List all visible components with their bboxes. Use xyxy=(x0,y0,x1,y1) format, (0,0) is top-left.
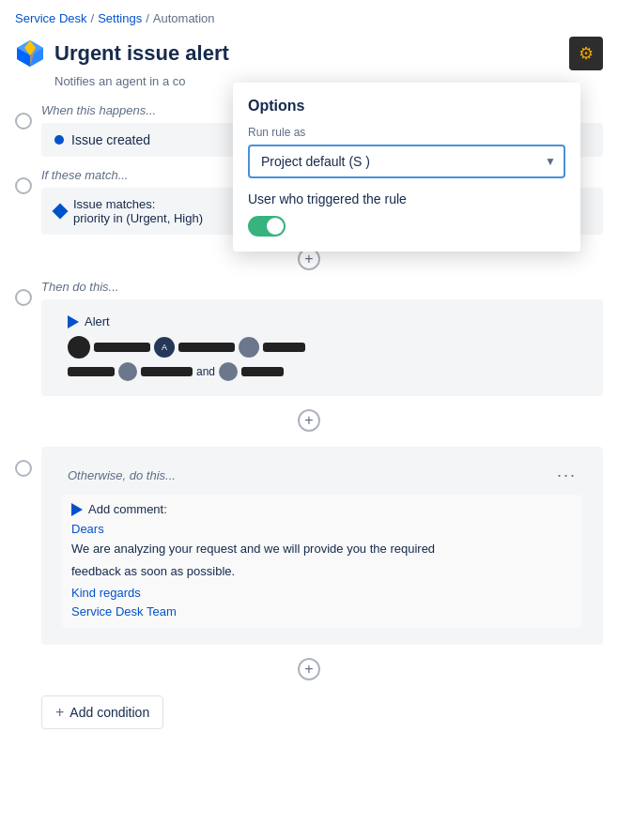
when-timeline-dot xyxy=(15,113,32,130)
alert-content: Alert A and xyxy=(54,309,590,387)
plus-row-2: + xyxy=(15,404,603,437)
alert-triangle-icon xyxy=(68,315,79,328)
user-triggered-toggle[interactable] xyxy=(248,216,286,237)
options-title: Options xyxy=(248,98,565,115)
breadcrumb-settings[interactable]: Settings xyxy=(98,11,142,25)
avatar-4 xyxy=(118,362,137,381)
otherwise-timeline-dot xyxy=(15,460,32,477)
options-panel: Options Run rule as Project default (S )… xyxy=(233,83,580,252)
condition-text: Issue matches: priority in (Urgent, High… xyxy=(73,197,203,225)
otherwise-menu-button[interactable]: ··· xyxy=(557,466,577,485)
user-name-5-redacted xyxy=(141,367,193,376)
user-name-6-redacted xyxy=(241,367,284,376)
condition-detail: priority in (Urgent, High) xyxy=(73,211,203,225)
then-content: Then do this... Alert A xyxy=(41,276,603,396)
toggle-knob xyxy=(267,218,284,235)
breadcrumb: Service Desk / Settings / Automation xyxy=(0,0,618,33)
if-timeline-dot xyxy=(15,177,32,194)
select-wrapper: Project default (S ) ▼ xyxy=(248,145,565,178)
page-header: Urgent issue alert ⚙ xyxy=(0,33,618,74)
comment-sign-1: Kind regards xyxy=(71,584,573,603)
run-rule-as-label: Run rule as xyxy=(248,126,565,139)
avatar-1 xyxy=(68,336,90,359)
app-icon xyxy=(15,38,45,69)
add-between-button-2[interactable]: + xyxy=(298,409,320,432)
comment-title: Add comment: xyxy=(71,502,573,516)
comment-card[interactable]: Add comment: Dears We are analyzing your… xyxy=(62,495,582,628)
trigger-label: Issue created xyxy=(71,132,150,147)
breadcrumb-sep2: / xyxy=(146,11,149,25)
alert-title: Alert xyxy=(68,314,577,328)
comment-sign-2: Service Desk Team xyxy=(71,603,573,621)
plus-row-3: + xyxy=(15,652,603,686)
add-between-button-3[interactable]: + xyxy=(298,658,320,680)
then-card[interactable]: Alert A and xyxy=(41,299,603,396)
gear-icon: ⚙ xyxy=(579,43,594,64)
condition-main: Issue matches: xyxy=(73,197,203,211)
page-subtitle: Notifies an agent in a co xyxy=(0,74,263,99)
add-condition-label: Add condition xyxy=(70,705,149,720)
breadcrumb-automation: Automation xyxy=(153,11,215,25)
user-name-2-redacted xyxy=(178,343,235,352)
otherwise-content: Otherwise, do this... ··· Add comment: D… xyxy=(41,447,603,645)
user-triggered-label: User who triggered the rule xyxy=(248,191,407,206)
add-condition-icon: + xyxy=(55,704,64,721)
condition-diamond-icon xyxy=(53,204,69,220)
comment-action-label: Add comment: xyxy=(88,502,167,516)
alert-label: Alert xyxy=(85,314,110,328)
user-name-4-redacted xyxy=(68,367,115,376)
comment-triangle-icon xyxy=(71,503,83,516)
title-area: Urgent issue alert xyxy=(15,38,229,69)
otherwise-section: Otherwise, do this... ··· Add comment: D… xyxy=(15,447,603,645)
comment-body-1: We are analyzing your request and we wil… xyxy=(71,540,573,558)
add-condition-button[interactable]: + Add condition xyxy=(41,695,163,729)
avatar-row-2: and xyxy=(68,362,577,381)
run-rule-as-select[interactable]: Project default (S ) xyxy=(248,145,565,178)
gear-button[interactable]: ⚙ xyxy=(569,37,603,70)
page-title: Urgent issue alert xyxy=(54,41,229,66)
comment-greeting: Dears xyxy=(71,522,573,536)
otherwise-label: Otherwise, do this... xyxy=(68,468,176,482)
breadcrumb-service-desk[interactable]: Service Desk xyxy=(15,11,87,25)
user-name-1-redacted xyxy=(94,343,150,352)
otherwise-card: Otherwise, do this... ··· Add comment: D… xyxy=(41,447,603,645)
and-text: and xyxy=(196,365,215,378)
avatar-5 xyxy=(219,362,238,381)
comment-body-2: feedback as soon as possible. xyxy=(71,562,573,581)
avatar-2: A xyxy=(154,337,175,358)
user-name-3-redacted xyxy=(263,343,305,352)
then-section: Then do this... Alert A xyxy=(15,276,603,396)
avatar-row-1: A xyxy=(68,336,577,359)
breadcrumb-sep1: / xyxy=(91,11,95,25)
avatar-3 xyxy=(239,337,259,358)
then-label: Then do this... xyxy=(41,276,603,294)
trigger-dot-icon xyxy=(54,135,64,145)
user-triggered-row: User who triggered the rule xyxy=(248,191,565,206)
otherwise-header: Otherwise, do this... ··· xyxy=(54,456,590,495)
then-timeline-dot xyxy=(15,289,32,306)
